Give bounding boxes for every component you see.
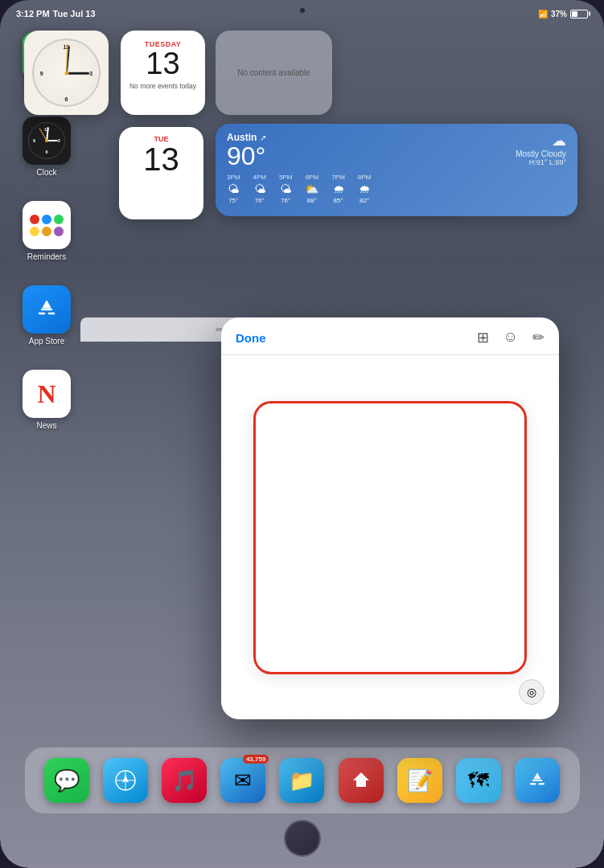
dock-safari[interactable]: [103, 758, 148, 803]
clock-center: [64, 71, 68, 75]
news-icon: N: [23, 370, 71, 418]
mail-badge: 43,759: [243, 755, 269, 764]
clock-label: Clock: [36, 168, 56, 177]
battery-icon: [570, 10, 588, 18]
cal-day-num: 13: [146, 48, 179, 79]
clock-face: 12 3 6 9: [32, 39, 101, 107]
files-dock-icon: 📁: [279, 758, 324, 803]
dock-maps[interactable]: 🗺: [456, 758, 501, 803]
widget-picker: Done ⊞ ☺ ✏ ◎: [221, 317, 559, 719]
siri-button[interactable]: ◎: [519, 679, 544, 705]
calendar-med-widget[interactable]: TUE 13: [119, 127, 203, 219]
emoji-icon[interactable]: ☺: [503, 329, 518, 346]
cal2-day-num: 13: [143, 143, 179, 175]
hour-hand: [67, 72, 89, 74]
app-clock[interactable]: 12 6 9 3 Clock: [23, 117, 71, 177]
app-appstore[interactable]: App Store: [23, 285, 71, 346]
reminders-dots: [22, 207, 72, 244]
weather-hour-0: 3PM 🌤 75°: [227, 174, 240, 204]
dock-messages[interactable]: 💬: [44, 758, 89, 803]
second-hand: [66, 44, 67, 73]
wifi-icon: 📶: [538, 10, 548, 18]
mail-dock-icon: ✉: [220, 758, 265, 803]
widget-preview-area: ◎: [221, 355, 559, 719]
ipad-frame: 3:12 PM Tue Jul 13 📶 37% 📹 FaceTime 12 6: [0, 0, 604, 868]
clock-app-icon: 12 6 9 3: [23, 117, 71, 165]
widget-preview-box: [253, 401, 527, 674]
no-content-text: No content available: [237, 68, 310, 77]
news-label: News: [36, 421, 56, 430]
cal-event-text: No more events today: [129, 82, 196, 91]
weather-hour-4: 7PM 🌧 85°: [331, 174, 344, 204]
app-reminders[interactable]: Reminders: [23, 201, 71, 261]
calendar-small-widget[interactable]: TUESDAY 13 No more events today: [121, 31, 205, 115]
notes-dock-icon: 📝: [397, 758, 442, 803]
weather-low: L:69°: [549, 158, 566, 166]
dock-music[interactable]: 🎵: [162, 758, 207, 803]
dock-notes[interactable]: 📝: [397, 758, 442, 803]
picker-icons: ⊞ ☺ ✏: [477, 329, 544, 346]
dock-files[interactable]: 📁: [279, 758, 324, 803]
weather-widget[interactable]: Austin ↗ 90° ☁ Mostly Cloudy H:91° L:69°: [216, 124, 577, 216]
weather-hourly: 3PM 🌤 75° 4PM 🌤 76° 5PM 🌤 76° 6PM ⛅: [227, 174, 566, 204]
reminders-label: Reminders: [27, 252, 66, 261]
weather-hour-3: 6PM ⛅ 88°: [305, 174, 318, 204]
appstore-icon: [23, 285, 71, 334]
clock-widget[interactable]: 12 3 6 9: [24, 31, 109, 115]
weather-high: H:91°: [529, 158, 548, 166]
appstore-label: App Store: [29, 337, 64, 346]
app-news[interactable]: N News: [23, 370, 71, 430]
weather-hour-2: 5PM 🌤 76°: [279, 174, 292, 204]
news-n-icon: N: [37, 379, 55, 409]
widget-picker-header: Done ⊞ ☺ ✏: [221, 317, 559, 355]
no-content-widget: No content available: [216, 31, 332, 115]
weather-arrow: ↗: [260, 133, 266, 142]
edit-icon[interactable]: ✏: [532, 329, 544, 346]
status-time: 3:12 PM: [16, 9, 50, 18]
reminders-icon: [23, 201, 71, 249]
dock: 💬 🎵 ✉ 43,759 📁: [25, 747, 580, 813]
front-camera: [300, 8, 305, 13]
weather-hour-5: 8PM 🌧 82°: [358, 174, 371, 204]
siri-icon: ◎: [527, 686, 536, 698]
safari-dock-icon: [103, 758, 148, 803]
music-dock-icon: 🎵: [162, 758, 207, 803]
appstore2-dock-icon: [515, 758, 560, 803]
messages-dock-icon: 💬: [44, 758, 89, 803]
status-date: Tue Jul 13: [53, 9, 96, 18]
dock-mail[interactable]: ✉ 43,759: [220, 758, 265, 803]
dock-appstore2[interactable]: [515, 758, 560, 803]
grid-icon[interactable]: ⊞: [477, 329, 489, 346]
weather-hour-1: 4PM 🌤 76°: [253, 174, 265, 204]
weather-temp: 90°: [227, 143, 266, 169]
weather-condition: Mostly Cloudy: [516, 149, 566, 158]
done-button[interactable]: Done: [236, 331, 266, 345]
maps-dock-icon: 🗺: [456, 758, 501, 803]
home-button[interactable]: [284, 820, 321, 857]
battery-percent: 37%: [551, 10, 567, 18]
dock-direct[interactable]: [339, 758, 384, 803]
clock-app-face: 12 6 9 3: [28, 122, 65, 159]
direct-dock-icon: [339, 758, 384, 803]
